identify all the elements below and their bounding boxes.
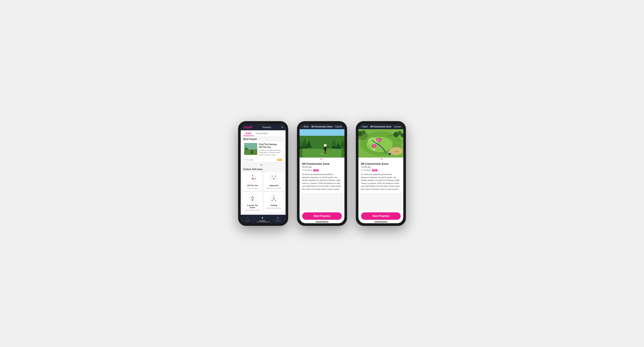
featured-drill-title: Find The Fairway: [259, 143, 277, 146]
most-popular-label: Most Popular: [241, 136, 286, 141]
start-practice-button-3[interactable]: Start Practice: [361, 212, 401, 220]
favourite-icon[interactable]: ☆: [280, 143, 282, 149]
svg-point-64: [321, 153, 322, 154]
svg-rect-88: [389, 153, 390, 155]
featured-drill-image: [244, 143, 257, 155]
start-practice-button-2[interactable]: Start Practice: [302, 212, 342, 220]
nav-capture[interactable]: ⊕ Capture: [275, 216, 281, 221]
svg-point-73: [361, 130, 366, 135]
featured-drill-badge: OTT: [277, 159, 282, 161]
home-icon: ⌂: [247, 216, 248, 220]
detail-dot-1: [320, 158, 322, 160]
skill-approach-desc: Dial-in to hit the green: [266, 187, 281, 189]
drill-badge: ARG: [313, 169, 318, 171]
drill-shots-3: ⏱ 20 shots: [361, 169, 371, 171]
phone3-back-button[interactable]: < Back: [361, 126, 368, 128]
drill-yardage-3: 10-50 yds: [361, 166, 388, 168]
nav-activities[interactable]: ✦ Activities: [260, 216, 266, 221]
svg-point-27: [275, 176, 276, 177]
featured-shots-label: ⏱ 10 shots: [244, 159, 253, 161]
svg-line-23: [274, 176, 276, 179]
skill-putting-name: Putting: [270, 204, 277, 206]
drill-yardage: 10-50 yds: [302, 166, 330, 168]
detail2-dot-2: [381, 158, 382, 160]
skill-ott-desc: Power accuracy: [247, 187, 258, 189]
nav-home-label: Home: [246, 220, 250, 221]
svg-rect-5: [251, 151, 252, 153]
skill-off-the-tee[interactable]: Off The Tee Power accuracy: [242, 172, 262, 191]
tab-favourites[interactable]: Favourites: [254, 130, 270, 136]
off-the-tee-icon: [248, 174, 257, 184]
skill-grid: Off The Tee Power accuracy: [241, 171, 286, 214]
detail2-carousel-dots: [358, 158, 403, 160]
phone2-cancel-button[interactable]: Cancel: [335, 126, 342, 128]
featured-drill-subtitle: Off The Tee: [259, 146, 277, 149]
svg-rect-58: [324, 147, 326, 151]
drill-title: 6ft Conversion Zone: [302, 162, 330, 165]
skill-atg-name: Around The Green: [244, 204, 261, 209]
detail-carousel-dots: [300, 158, 344, 160]
phone3-detail-content: 6ft Conversion Zone 10-50 yds ☆ ⏱ 20 sho…: [358, 160, 403, 211]
drill-shots: ⏱ 20 shots: [302, 169, 312, 171]
clippd-logo: clippd: [243, 126, 252, 129]
skill-putting[interactable]: Putting Make and lag practice: [264, 192, 284, 213]
svg-rect-1: [244, 150, 257, 155]
detail-dot-2: [322, 158, 324, 160]
skill-approach[interactable]: Approach Dial-in to hit the green: [264, 172, 284, 191]
capture-icon: ⊕: [277, 216, 279, 220]
nav-home[interactable]: ⌂ Home: [246, 216, 250, 221]
phone-3: < Back 6ft Conversion Zone Cancel: [356, 121, 406, 226]
drill-description: 20 shots are randomly generated at dista…: [302, 173, 342, 191]
drill-detail-panel-3: 6ft Conversion Zone 10-50 yds ☆ ⏱ 20 sho…: [358, 160, 403, 193]
phone2-header-title: 6ft Conversion Zone: [312, 126, 333, 128]
activities-icon: ✦: [261, 216, 264, 220]
skill-ott-name: Off The Tee: [247, 184, 258, 187]
phone1-header-title: Practice: [262, 126, 271, 129]
phone3-header-title: 6ft Conversion Zone: [370, 126, 392, 128]
svg-text:Hit: Hit: [373, 145, 375, 147]
phone2-back-button[interactable]: < Back: [302, 126, 309, 128]
skill-around-green[interactable]: Around The Green Hone your short game: [242, 192, 262, 213]
skill-putting-desc: Make and lag practice: [266, 207, 281, 209]
svg-point-83: [373, 148, 375, 150]
phone3-cancel-button[interactable]: Cancel: [394, 126, 401, 128]
detail2-dot-1: [379, 158, 380, 160]
featured-drill-card[interactable]: Find The Fairway Off The Tee ☆ Create an…: [242, 141, 284, 162]
svg-point-43: [272, 200, 272, 201]
nav-activities-label: Activities: [260, 220, 266, 221]
featured-drill-desc: Create an imaginary fairway using trees …: [259, 149, 282, 156]
drill-description-3: 20 shots are randomly generated at dista…: [361, 173, 401, 191]
drill-badge-3: ARG: [372, 169, 377, 171]
svg-text:SAND: SAND: [394, 151, 399, 152]
dot-3: [265, 164, 266, 165]
carousel-dots: [241, 163, 286, 166]
phone-1: clippd Practice ≡ Drills Favourites Most…: [238, 121, 288, 226]
svg-point-41: [274, 196, 274, 196]
menu-icon[interactable]: ≡: [282, 126, 283, 129]
tab-drills[interactable]: Drills: [243, 130, 254, 136]
phones-container: clippd Practice ≡ Drills Favourites Most…: [238, 121, 406, 226]
skill-atg-desc: Hone your short game: [245, 209, 260, 211]
approach-icon: [269, 174, 278, 184]
explore-label: Explore skill areas: [241, 166, 286, 171]
nav-capture-label: Capture: [275, 220, 281, 221]
drill-favourite-icon[interactable]: ☆: [340, 162, 342, 165]
svg-text:Miss: Miss: [377, 139, 381, 141]
svg-point-42: [275, 200, 276, 201]
svg-line-22: [272, 176, 274, 179]
dot-2: [263, 164, 264, 165]
svg-point-18: [252, 175, 253, 176]
drill-hero-image: [300, 129, 344, 158]
drill-title-3: 6ft Conversion Zone: [361, 162, 388, 165]
svg-point-19: [255, 178, 256, 179]
svg-point-34: [252, 196, 253, 197]
svg-line-15: [252, 177, 255, 179]
dot-1: [261, 164, 262, 165]
phone2-detail-content: 6ft Conversion Zone 10-50 yds ☆ ⏱ 20 sho…: [300, 160, 344, 211]
putting-icon: [269, 194, 278, 203]
skill-approach-name: Approach: [269, 184, 278, 187]
drill-favourite-icon-3[interactable]: ☆: [399, 162, 401, 165]
around-green-icon: [248, 194, 257, 203]
drill-map-image: Miss Hit FAIRWAY ROUGH SAND: [358, 129, 403, 158]
phone1-tabs: Drills Favourites: [241, 130, 286, 136]
